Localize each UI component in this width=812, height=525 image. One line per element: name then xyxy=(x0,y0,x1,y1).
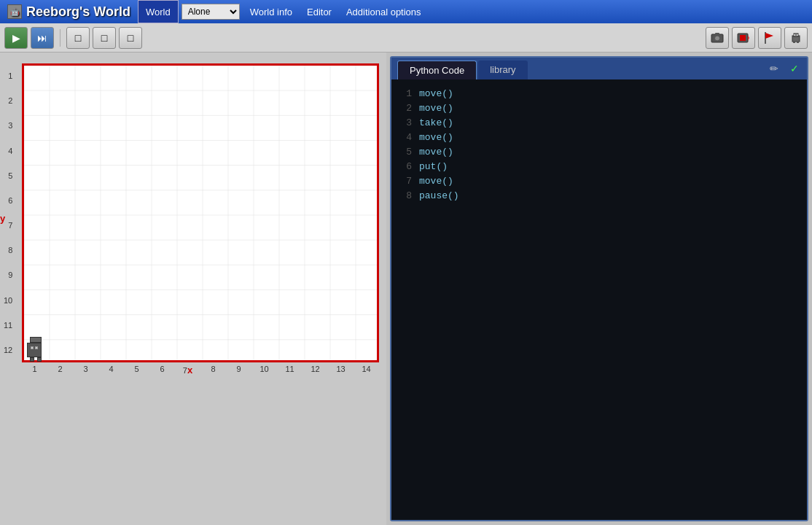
tab-python-code[interactable]: Python Code xyxy=(397,61,477,79)
record-icon xyxy=(737,31,750,44)
world-select[interactable]: Alone xyxy=(181,4,240,20)
code-line-2: 2move() xyxy=(391,101,807,116)
robot-head xyxy=(30,337,42,343)
robot-leg-left xyxy=(30,357,34,362)
code-line-5: 5move() xyxy=(391,145,807,160)
line-number: 6 xyxy=(394,160,412,174)
svg-point-11 xyxy=(797,34,798,36)
logo-icon: 🤖 xyxy=(7,4,22,19)
code-editor[interactable]: 1move()2move()3take()4move()5move()6put(… xyxy=(391,79,807,520)
code-text: take() xyxy=(419,116,453,131)
app-logo: 🤖 Reeborg's World xyxy=(0,4,138,20)
robot-eye-left xyxy=(31,346,34,349)
svg-rect-12 xyxy=(793,41,795,43)
x-label-3: 3 xyxy=(73,365,98,376)
x-label-5: 5 xyxy=(124,365,149,376)
menu-world-info[interactable]: World info xyxy=(243,0,300,23)
x-label-10: 10 xyxy=(251,365,277,376)
x-label-9: 9 xyxy=(226,365,251,376)
x-label-13: 13 xyxy=(328,365,354,376)
line-number: 5 xyxy=(394,145,412,160)
x-label-4: 4 xyxy=(98,365,124,376)
grid-container[interactable] xyxy=(22,63,379,362)
step-button[interactable]: ⏭ xyxy=(31,27,54,49)
world-dropdown[interactable]: Alone xyxy=(181,4,240,20)
code-text: move() xyxy=(419,101,453,116)
y-label-8: 8 xyxy=(4,238,12,262)
svg-rect-13 xyxy=(797,41,799,43)
world-panel: y 121110987654321 1234567x891011121314 xyxy=(0,52,386,525)
toolbar-icon-record[interactable] xyxy=(732,27,755,49)
grid-svg xyxy=(24,66,377,360)
svg-point-10 xyxy=(794,34,795,36)
pencil-icon[interactable]: ✏ xyxy=(766,61,782,77)
x-label-1: 1 xyxy=(22,365,47,376)
main-area: y 121110987654321 1234567x891011121314 xyxy=(0,52,812,525)
y-label-10: 10 xyxy=(4,288,12,313)
menu-world[interactable]: World xyxy=(138,0,179,23)
code-line-3: 3take() xyxy=(391,116,807,131)
x-label-11: 11 xyxy=(277,365,302,376)
code-line-1: 1move() xyxy=(391,87,807,101)
line-number: 3 xyxy=(394,116,412,131)
code-line-8: 8pause() xyxy=(391,189,807,203)
x-axis-letter: x xyxy=(187,365,192,376)
robot-icon xyxy=(789,31,803,44)
code-text: put() xyxy=(419,160,448,174)
menu-additional-options[interactable]: Additional options xyxy=(339,0,429,23)
flag-icon xyxy=(763,31,776,44)
camera-icon xyxy=(711,31,724,44)
editor-tabs: Python Code library xyxy=(391,58,762,79)
y-label-5: 5 xyxy=(4,163,12,188)
x-label-7: 7x xyxy=(175,365,200,376)
y-label-11: 11 xyxy=(4,313,12,338)
svg-marker-7 xyxy=(765,33,773,39)
menubar: 🤖 Reeborg's World World Alone World info… xyxy=(0,0,812,23)
x-label-8: 8 xyxy=(200,365,226,376)
y-label-9: 9 xyxy=(4,262,12,287)
check-icon[interactable]: ✓ xyxy=(786,61,803,77)
toolbar-btn-2[interactable]: □ xyxy=(93,27,116,49)
line-number: 8 xyxy=(394,189,412,203)
code-line-4: 4move() xyxy=(391,131,807,145)
x-label-14: 14 xyxy=(354,365,379,376)
toolbar-icon-robot[interactable] xyxy=(784,27,808,49)
y-label-7: 7 xyxy=(4,213,12,238)
toolbar-icon-camera[interactable] xyxy=(706,27,729,49)
code-text: move() xyxy=(419,174,453,189)
toolbar-btn-3[interactable]: □ xyxy=(119,27,142,49)
robot-eye-right xyxy=(35,346,38,349)
svg-point-1 xyxy=(715,36,720,41)
x-axis: 1234567x891011121314 xyxy=(22,365,379,376)
toolbar: ▶ ⏭ □ □ □ xyxy=(0,23,812,52)
y-label-12: 12 xyxy=(4,338,12,362)
tab-library[interactable]: library xyxy=(478,61,527,79)
y-label-4: 4 xyxy=(4,139,12,163)
robot-legs xyxy=(27,357,44,362)
app-title: Reeborg's World xyxy=(26,4,130,20)
code-text: pause() xyxy=(419,189,459,203)
robot-body xyxy=(27,343,42,357)
line-number: 4 xyxy=(394,131,412,145)
code-text: move() xyxy=(419,87,453,101)
play-button[interactable]: ▶ xyxy=(4,27,28,49)
toolbar-btn-1[interactable]: □ xyxy=(66,27,90,49)
svg-rect-5 xyxy=(740,35,746,41)
y-label-6: 6 xyxy=(4,188,12,213)
svg-rect-2 xyxy=(715,33,719,35)
line-number: 2 xyxy=(394,101,412,116)
y-label-2: 2 xyxy=(4,88,12,113)
line-number: 1 xyxy=(394,87,412,101)
y-label-1: 1 xyxy=(4,63,12,88)
toolbar-icon-flag[interactable] xyxy=(758,27,781,49)
line-number: 7 xyxy=(394,174,412,189)
x-label-12: 12 xyxy=(302,365,328,376)
menu-editor[interactable]: Editor xyxy=(300,0,339,23)
toolbar-separator-1 xyxy=(60,29,60,47)
x-label-6: 6 xyxy=(149,365,175,376)
robot xyxy=(27,337,44,357)
x-label-2: 2 xyxy=(47,365,73,376)
robot-leg-right xyxy=(37,357,42,362)
y-label-3: 3 xyxy=(4,113,12,138)
y-axis: 121110987654321 xyxy=(4,63,12,362)
